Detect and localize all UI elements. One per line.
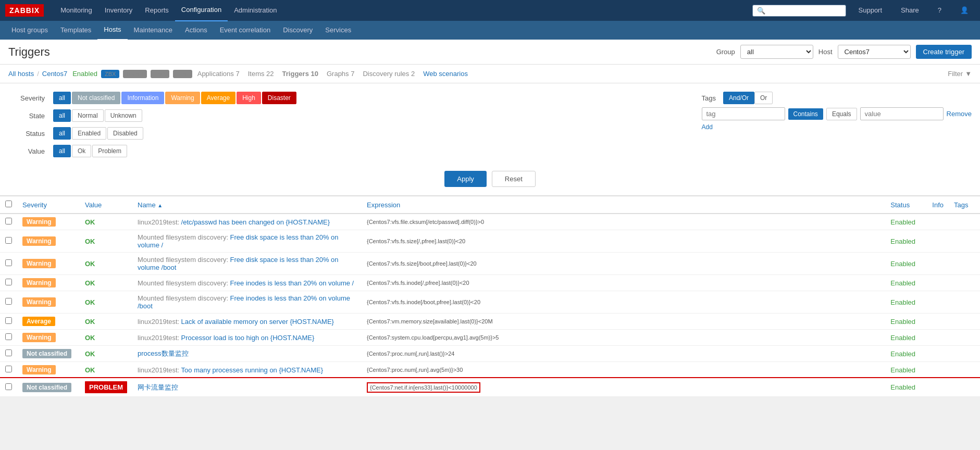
- state-label: State: [8, 112, 45, 120]
- value-badge: OK: [85, 366, 95, 374]
- status-enabled-btn[interactable]: Enabled: [72, 127, 106, 140]
- severity-disaster-btn[interactable]: Disaster: [262, 92, 296, 104]
- subnav-templates[interactable]: Templates: [54, 21, 97, 40]
- subnav-event-correlation[interactable]: Event correlation: [214, 21, 277, 40]
- severity-all-btn[interactable]: all: [53, 92, 71, 104]
- value-badge: PROBLEM: [85, 381, 127, 393]
- trigger-link[interactable]: Free inodes is less than 20% on volume /: [230, 279, 354, 287]
- equals-btn[interactable]: Equals: [826, 108, 857, 120]
- severity-high-btn[interactable]: High: [237, 92, 261, 104]
- state-all-btn[interactable]: all: [53, 109, 71, 122]
- value-ok-btn[interactable]: Ok: [72, 145, 91, 157]
- tab-web-scenarios[interactable]: Web scenarios: [420, 69, 471, 79]
- row-checkbox[interactable]: [5, 259, 12, 266]
- value-badge: OK: [85, 350, 95, 358]
- nav-inventory[interactable]: Inventory: [98, 0, 139, 21]
- help-link[interactable]: ?: [932, 0, 948, 21]
- triggers-table: Severity Value Name ▲ Expression Status …: [0, 196, 980, 397]
- reset-button[interactable]: Reset: [492, 171, 536, 187]
- value-all-btn[interactable]: all: [53, 145, 71, 157]
- filter-toggle[interactable]: Filter ▼: [948, 70, 972, 78]
- tags-cell: [949, 275, 980, 291]
- row-checkbox[interactable]: [5, 349, 12, 356]
- create-trigger-button[interactable]: Create trigger: [916, 45, 972, 59]
- tags-or-btn[interactable]: Or: [754, 92, 773, 104]
- state-unknown-btn[interactable]: Unknown: [105, 109, 142, 122]
- tag-andor-group: And/Or Or: [723, 92, 773, 104]
- subnav-hosts[interactable]: Hosts: [97, 20, 127, 40]
- global-search[interactable]: [752, 5, 846, 17]
- severity-btn-group: all Not classified Information Warning A…: [53, 92, 296, 104]
- user-link[interactable]: 👤: [954, 0, 975, 21]
- nav-configuration[interactable]: Configuration: [175, 0, 228, 21]
- row-checkbox[interactable]: [5, 333, 12, 340]
- row-checkbox[interactable]: [5, 366, 12, 372]
- status-text: Enabled: [890, 383, 915, 391]
- severity-warning-btn[interactable]: Warning: [165, 92, 200, 104]
- status-all-btn[interactable]: all: [53, 127, 71, 140]
- tag-input-row: Contains Equals Remove: [702, 107, 972, 120]
- host-label: Host: [818, 48, 833, 56]
- severity-information-btn[interactable]: Information: [121, 92, 164, 104]
- group-label: Group: [716, 48, 735, 56]
- subnav-services[interactable]: Services: [319, 21, 357, 40]
- state-normal-btn[interactable]: Normal: [72, 109, 104, 122]
- tag-value-input[interactable]: [860, 107, 944, 120]
- col-header-name[interactable]: Name ▲: [132, 196, 362, 214]
- badge-jmx[interactable]: JMX: [151, 70, 169, 78]
- nav-administration[interactable]: Administration: [228, 0, 283, 21]
- badge-zbx[interactable]: ZBX: [101, 70, 119, 78]
- value-problem-btn[interactable]: Problem: [92, 145, 127, 157]
- subnav-actions[interactable]: Actions: [179, 21, 214, 40]
- tab-graphs[interactable]: Graphs 7: [324, 69, 358, 79]
- row-checkbox[interactable]: [5, 237, 12, 244]
- trigger-prefix: linux2019test:: [138, 218, 179, 226]
- top-nav-right: Support Share ? 👤: [752, 0, 975, 21]
- trigger-link[interactable]: /etc/passwd has been changed on {HOST.NA…: [181, 218, 330, 226]
- table-body: WarningOKlinux2019test: /etc/passwd has …: [0, 214, 980, 397]
- tab-applications[interactable]: Applications 7: [194, 69, 243, 79]
- add-tag-link[interactable]: Add: [702, 123, 713, 131]
- contains-btn[interactable]: Contains: [788, 108, 823, 120]
- row-checkbox[interactable]: [5, 279, 12, 285]
- trigger-prefix: Mounted filesystem discovery:: [138, 233, 228, 241]
- trigger-link[interactable]: process数量监控: [138, 349, 189, 357]
- filter-value-row: Value all Ok Problem: [8, 145, 681, 157]
- severity-average-btn[interactable]: Average: [201, 92, 235, 104]
- nav-reports[interactable]: Reports: [139, 0, 175, 21]
- remove-tag-link[interactable]: Remove: [947, 110, 972, 118]
- group-select[interactable]: all: [740, 45, 813, 59]
- apply-button[interactable]: Apply: [444, 171, 487, 187]
- breadcrumb-host[interactable]: Centos7: [42, 70, 67, 78]
- trigger-link[interactable]: Lack of available memory on server {HOST…: [181, 318, 334, 326]
- tab-triggers[interactable]: Triggers 10: [279, 69, 321, 79]
- share-link[interactable]: Share: [895, 0, 925, 21]
- trigger-link[interactable]: Processor load is too high on {HOST.NAME…: [181, 334, 315, 342]
- col-header-severity: Severity: [17, 196, 80, 214]
- row-checkbox[interactable]: [5, 383, 12, 390]
- host-select[interactable]: Centos7: [838, 45, 911, 59]
- subnav-hostgroups[interactable]: Host groups: [5, 21, 54, 40]
- expression-text: {Centos7:net.if.in[ens33].last()}<100000…: [367, 382, 480, 393]
- badge-snmp[interactable]: SNMP: [123, 70, 147, 78]
- support-link[interactable]: Support: [852, 0, 889, 21]
- nav-monitoring[interactable]: Monitoring: [54, 0, 98, 21]
- row-checkbox[interactable]: [5, 317, 12, 324]
- tab-discovery[interactable]: Discovery rules 2: [359, 69, 418, 79]
- severity-notclassified-btn[interactable]: Not classified: [72, 92, 120, 104]
- subnav-discovery[interactable]: Discovery: [277, 21, 319, 40]
- status-disabled-btn[interactable]: Disabled: [107, 127, 143, 140]
- select-all-checkbox[interactable]: [5, 201, 12, 207]
- trigger-link[interactable]: 网卡流量监控: [138, 383, 178, 391]
- tab-items[interactable]: Items 22: [245, 69, 277, 79]
- subnav-maintenance[interactable]: Maintenance: [128, 21, 179, 40]
- breadcrumb-all-hosts[interactable]: All hosts: [8, 70, 34, 78]
- table-row: WarningOKlinux2019test: Processor load i…: [0, 330, 980, 346]
- row-checkbox[interactable]: [5, 218, 12, 224]
- tag-name-input[interactable]: [702, 107, 785, 120]
- trigger-link[interactable]: Too many processes running on {HOST.NAME…: [181, 366, 323, 374]
- badge-ipmi[interactable]: IPMI: [173, 70, 192, 78]
- tags-andor-btn[interactable]: And/Or: [723, 92, 754, 104]
- value-btn-group: all Ok Problem: [53, 145, 127, 157]
- row-checkbox[interactable]: [5, 298, 12, 305]
